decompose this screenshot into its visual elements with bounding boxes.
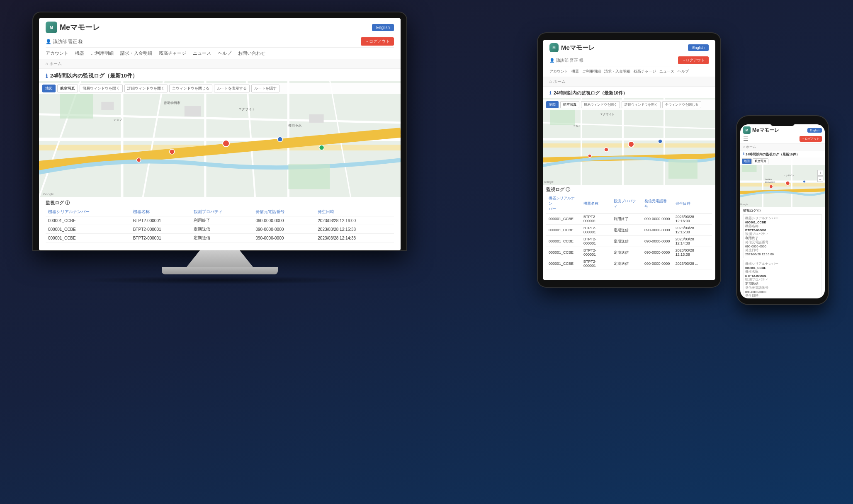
table-cell: 090-0000-0000 xyxy=(253,216,315,225)
phone-zoom-in[interactable]: + xyxy=(817,170,823,176)
tablet-map-toolbar: 地図 航空写真 簡易ウィンドウを開く 詳細ウィンドウを開く 全ウィンドウを閉じる xyxy=(543,99,715,110)
table-cell: BTPT2-000001 xyxy=(581,236,611,247)
svg-point-38 xyxy=(604,148,608,152)
table-cell: 090-0000-0000 xyxy=(642,247,673,258)
table-cell: 090-0000-0000 xyxy=(642,236,673,247)
table-cell: BTPT2-000001 xyxy=(131,234,191,242)
svg-point-39 xyxy=(628,141,634,147)
table-cell: BTPT2-000001 xyxy=(581,258,611,269)
tablet-table-header-row: 機器シリアルナンバー 機器名称 観測プロパティ 発信元電話番号 発生日時 xyxy=(546,194,712,213)
map-toolbar: 地図 航空写真 簡易ウィンドウを開く 詳細ウィンドウを開く 全ウィンドウを閉じる… xyxy=(39,83,401,94)
table-row[interactable]: 000001_CCBEBTPT2-000001利用終了090-0000-0000… xyxy=(546,213,712,225)
table-row[interactable]: 000001_CCBEBTPT2-000001定期送信090-0000-0000… xyxy=(546,225,712,236)
tablet-map: 地図 航空写真 簡易ウィンドウを開く 詳細ウィンドウを開く 全ウィンドウを閉じる xyxy=(543,98,715,185)
map-btn-route-hide[interactable]: ルートを隠す xyxy=(251,85,279,92)
map-btn-detail[interactable]: 詳細ウィンドウを開く xyxy=(124,85,168,92)
logout-button[interactable]: →ログアウト xyxy=(361,37,394,46)
phone-language-button[interactable]: English xyxy=(807,128,822,133)
table-row[interactable]: 000001_CCBEBTPT2-000001定期送信090-0000-0000… xyxy=(46,234,394,242)
tablet-nav-billing[interactable]: 請求・入金明細 xyxy=(604,69,630,74)
table-cell: 2023/03/28 12:16:00 xyxy=(673,213,712,225)
info-icon: ℹ xyxy=(46,73,48,79)
tablet-col-name: 機器名称 xyxy=(581,194,611,213)
tablet-nav-help[interactable]: ヘルプ xyxy=(678,69,689,74)
monitor-base xyxy=(162,267,278,274)
svg-text:Google: Google xyxy=(43,192,54,196)
nav-news[interactable]: ニュース xyxy=(193,50,211,56)
table-cell: 定期送信 xyxy=(191,234,253,242)
phone-map: 地図 航空写真 xyxy=(740,158,825,207)
table-cell: BTPT2-000001 xyxy=(131,225,191,234)
tablet-map-btn-close[interactable]: 全ウィンドウを閉じる xyxy=(662,101,701,108)
phone-zoom-out[interactable]: − xyxy=(817,176,823,182)
col-serial: 機器シリアルナンバー xyxy=(46,208,131,216)
tablet-log-table: 機器シリアルナンバー 機器名称 観測プロパティ 発信元電話番号 発生日時 000… xyxy=(546,194,712,269)
nav-account[interactable]: アカウント xyxy=(46,50,68,56)
phone-device: M Meマモーレ English ☰ →ログアウト ⌂ ホーム ℹ xyxy=(737,116,828,304)
tablet-nav-usage[interactable]: ご利用明細 xyxy=(582,69,601,74)
phone-map-tab-aerial[interactable]: 航空写真 xyxy=(753,158,768,164)
col-date: 発生日時 xyxy=(315,208,394,216)
nav-usage[interactable]: ご利用明細 xyxy=(91,50,114,56)
table-cell: 利用終了 xyxy=(191,216,253,225)
tablet-nav-charge[interactable]: 残高チャージ xyxy=(634,69,656,74)
table-row[interactable]: 000001_CCBEBTPT2-000001定期送信090-0000-0000… xyxy=(546,258,712,269)
table-cell: 2023/03/28 12:16:00 xyxy=(315,216,394,225)
svg-point-54 xyxy=(803,180,806,183)
tablet-map-tab-aerial[interactable]: 航空写真 xyxy=(560,101,579,108)
phone-log-item-1: 機器シリアルナンバー 000001_CCBE 機器名称 BTPT2-000001… xyxy=(743,214,822,258)
tablet-user-icon: 👤 xyxy=(549,58,554,63)
table-cell: 000001_CCBE xyxy=(46,216,131,225)
phone-map-tab-map[interactable]: 地図 xyxy=(742,158,752,164)
table-row[interactable]: 000001_CCBEBTPT2-000001定期送信090-0000-0000… xyxy=(546,236,712,247)
table-row[interactable]: 000001_CCBEBTPT2-000001定期送信090-0000-0000… xyxy=(546,247,712,258)
table-row[interactable]: 000001_CCBEBTPT2-000001定期送信090-0000-0000… xyxy=(46,225,394,234)
map-btn-close-all[interactable]: 全ウィンドウを閉じる xyxy=(169,85,212,92)
map-tab-map[interactable]: 地図 xyxy=(42,85,56,92)
user-icon: 👤 xyxy=(46,39,51,44)
language-button[interactable]: English xyxy=(372,24,394,31)
map-btn-simple[interactable]: 簡易ウィンドウを開く xyxy=(80,85,123,92)
logo-text: Meマモーレ xyxy=(60,22,100,32)
tablet-info-icon: ℹ xyxy=(549,90,551,96)
tablet-map-svg: エクサイト ナカノ Google xyxy=(543,98,715,185)
col-property: 観測プロパティ xyxy=(191,208,253,216)
table-cell: 000001_CCBE xyxy=(546,258,581,269)
tablet-app: M Meマモーレ English 👤 諏訪部 晋正 様 →ログアウト xyxy=(543,40,715,280)
svg-text:Google: Google xyxy=(544,180,554,184)
phone-logout-button[interactable]: →ログアウト xyxy=(800,136,822,142)
tablet-table-body: 000001_CCBEBTPT2-000001利用終了090-0000-0000… xyxy=(546,213,712,269)
logo-area: M Meマモーレ xyxy=(46,22,100,33)
phone-app: M Meマモーレ English ☰ →ログアウト ⌂ ホーム ℹ xyxy=(740,124,825,298)
tablet-nav-device[interactable]: 機器 xyxy=(571,69,579,74)
tablet-nav-news[interactable]: ニュース xyxy=(659,69,674,74)
nav-charge[interactable]: 残高チャージ xyxy=(159,50,186,56)
phone-hamburger-icon[interactable]: ☰ xyxy=(743,136,749,142)
svg-text:音羽学田市: 音羽学田市 xyxy=(164,101,180,105)
tablet-language-button[interactable]: English xyxy=(688,44,709,51)
tablet-nav-account[interactable]: アカウント xyxy=(549,69,568,74)
nav-contact[interactable]: お問い合わせ xyxy=(238,50,265,56)
tablet-nav: アカウント 機器 ご利用明細 請求・入金明細 残高チャージ ニュース ヘルプ xyxy=(549,68,709,75)
svg-point-53 xyxy=(786,181,790,185)
map-tab-aerial[interactable]: 航空写真 xyxy=(57,85,78,92)
table-row[interactable]: 000001_CCBEBTPT2-000001利用終了090-0000-0000… xyxy=(46,216,394,225)
breadcrumb: ⌂ ホーム xyxy=(39,59,401,69)
tablet-logout-button[interactable]: →ログアウト xyxy=(678,56,709,64)
svg-point-20 xyxy=(277,137,282,142)
map-btn-route-show[interactable]: ルートを表示する xyxy=(214,85,250,92)
tablet-map-btn-detail[interactable]: 詳細ウィンドウを開く xyxy=(622,101,661,108)
nav-help[interactable]: ヘルプ xyxy=(218,50,231,56)
table-header-row: 機器シリアルナンバー 機器名称 観測プロパティ 発信元電話番号 発生日時 xyxy=(46,208,394,216)
phone-header-top: M Meマモーレ English xyxy=(743,126,822,134)
nav-billing[interactable]: 請求・入金明細 xyxy=(120,50,152,56)
tablet-log-section: 監視ログ ⓘ 機器シリアルナンバー 機器名称 観測プロパティ 発信元電話番号 発… xyxy=(543,185,715,271)
svg-rect-14 xyxy=(288,164,330,189)
tablet-map-tab-map[interactable]: 地図 xyxy=(546,101,559,108)
table-cell: 000001_CCBE xyxy=(46,225,131,234)
nav-device[interactable]: 機器 xyxy=(75,50,84,56)
svg-rect-15 xyxy=(101,102,114,110)
tablet-map-btn-simple[interactable]: 簡易ウィンドウを開く xyxy=(581,101,620,108)
table-cell: 定期送信 xyxy=(191,225,253,234)
phone-log-item-2: 機器シリアルナンバー 000001_CCBE 機器名称 BTPT2-000001… xyxy=(743,260,822,298)
